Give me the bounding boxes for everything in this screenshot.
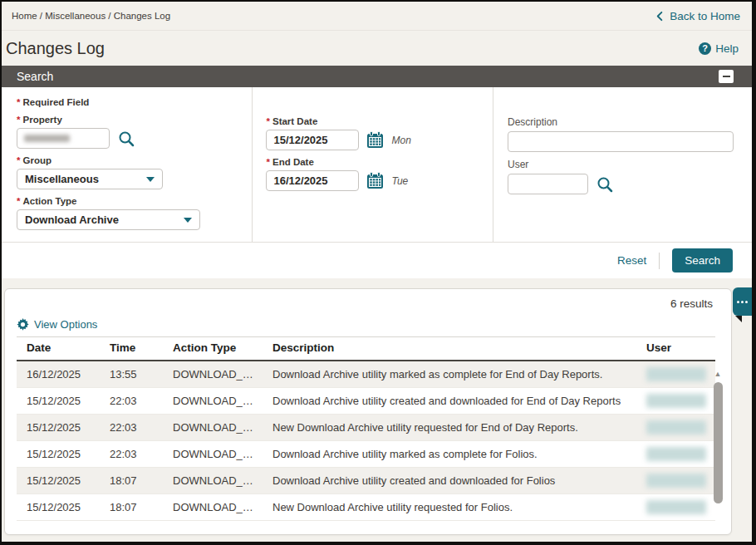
cell-date: 15/12/2025 [17, 415, 100, 441]
calendar-icon [366, 131, 384, 149]
end-date-label: *End Date [266, 157, 493, 167]
table-row[interactable]: 15/12/2025 22:03 DOWNLOAD_ARC... New Dow… [17, 415, 715, 441]
scrollbar-thumb[interactable] [714, 382, 723, 503]
property-input[interactable] [17, 128, 110, 149]
group-label: *Group [17, 155, 252, 165]
ellipsis-icon [737, 301, 739, 303]
end-date-input[interactable] [266, 170, 359, 191]
cell-action-type: DOWNLOAD_ARC... [163, 468, 263, 494]
table-row[interactable]: 15/12/2025 18:07 DOWNLOAD_ARC... New Dow… [17, 494, 715, 521]
results-count: 6 results [5, 289, 731, 310]
chevron-down-icon [184, 218, 192, 223]
redacted-user-value [646, 367, 706, 381]
cell-description: New Download Archive utility requested f… [263, 494, 636, 521]
search-panel-title: Search [17, 70, 53, 83]
search-icon [117, 130, 135, 148]
action-type-label: *Action Type [17, 196, 252, 206]
view-options-button[interactable]: View Options [5, 310, 97, 336]
cell-description: Download Archive utility created and dow… [263, 468, 636, 494]
column-header-action-type: Action Type [163, 337, 263, 361]
help-label: Help [715, 42, 739, 55]
collapse-panel-button[interactable] [719, 70, 734, 83]
button-divider [659, 253, 660, 269]
reset-button[interactable]: Reset [617, 254, 646, 267]
user-search-button[interactable] [596, 175, 614, 194]
property-search-button[interactable] [117, 130, 135, 148]
search-form: *Required Field *Property *Group [2, 87, 752, 242]
cell-user [636, 415, 715, 441]
cell-user [636, 441, 715, 468]
cell-time: 18:07 [100, 468, 163, 494]
cell-action-type: DOWNLOAD_ARC... [163, 441, 263, 468]
column-header-description: Description [263, 337, 636, 361]
column-header-time: Time [100, 337, 163, 361]
side-panel-handle-tail [735, 316, 742, 322]
end-date-weekday: Tue [391, 175, 408, 187]
cell-user [636, 494, 715, 521]
required-asterisk: * [17, 155, 20, 165]
form-column-2: *Start Date Mon *End Date [253, 87, 493, 242]
table-row[interactable]: 15/12/2025 22:03 DOWNLOAD_ARC... Downloa… [17, 388, 715, 415]
search-button[interactable]: Search [672, 248, 733, 272]
group-select[interactable]: Miscellaneous [17, 169, 163, 189]
property-label: *Property [17, 115, 252, 125]
action-type-select[interactable]: Download Archive [17, 209, 200, 230]
redacted-user-value [646, 500, 706, 514]
help-link[interactable]: ? Help [699, 42, 739, 55]
column-header-user: User [636, 337, 715, 361]
back-to-home-link[interactable]: Back to Home [655, 10, 740, 22]
cell-action-type: DOWNLOAD_ARC... [163, 361, 263, 388]
cell-date: 15/12/2025 [17, 494, 100, 521]
required-asterisk: * [266, 157, 269, 167]
user-input[interactable] [508, 174, 588, 194]
back-to-home-label: Back to Home [670, 10, 740, 22]
top-bar: Home / Miscellaneous / Changes Log Back … [2, 2, 752, 31]
breadcrumb[interactable]: Home / Miscellaneous / Changes Log [12, 11, 170, 21]
chevron-down-icon [146, 177, 155, 182]
start-date-calendar-button[interactable] [366, 131, 384, 149]
start-date-label: *Start Date [266, 116, 493, 126]
table-scrollbar[interactable]: ▲ [712, 370, 724, 526]
cell-time: 22:03 [100, 415, 163, 441]
start-date-input[interactable] [266, 130, 359, 150]
required-note-label: Required Field [22, 97, 89, 107]
help-icon: ? [699, 42, 711, 55]
page-title: Changes Log [6, 39, 105, 58]
table-header-row: Date Time Action Type Description User [17, 337, 715, 361]
form-column-1: *Required Field *Property *Group [2, 87, 253, 242]
description-field-group: Description [508, 116, 734, 152]
cell-time: 22:03 [100, 388, 163, 415]
view-options-label: View Options [34, 318, 97, 331]
table-row[interactable]: 16/12/2025 13:55 DOWNLOAD_ARC... Downloa… [17, 361, 715, 388]
table-body: 16/12/2025 13:55 DOWNLOAD_ARC... Downloa… [17, 361, 715, 521]
required-field-note: *Required Field [17, 97, 252, 107]
calendar-icon [366, 172, 384, 189]
side-panel-handle-button[interactable] [733, 287, 752, 316]
table-row[interactable]: 15/12/2025 22:03 DOWNLOAD_ARC... Downloa… [17, 441, 715, 468]
gear-icon [17, 318, 29, 331]
search-form-footer: Reset Search [2, 242, 752, 278]
cell-description: Download Archive utility marked as compl… [263, 441, 636, 468]
cell-date: 15/12/2025 [17, 388, 100, 415]
start-date-weekday: Mon [391, 135, 410, 146]
cell-description: New Download Archive utility requested f… [263, 415, 636, 441]
start-date-field-group: *Start Date Mon [266, 116, 493, 150]
cell-action-type: DOWNLOAD_ARC... [163, 415, 263, 441]
scroll-up-arrow-icon[interactable]: ▲ [712, 370, 724, 378]
search-icon [596, 175, 614, 194]
action-type-field-group: *Action Type Download Archive [17, 196, 252, 230]
redacted-user-value [646, 447, 706, 461]
redacted-user-value [646, 474, 706, 488]
end-date-calendar-button[interactable] [366, 172, 384, 189]
user-label: User [508, 159, 734, 170]
description-input[interactable] [508, 131, 734, 152]
cell-description: Download Archive utility marked as compl… [263, 361, 636, 388]
user-field-group: User [508, 159, 734, 194]
action-type-select-value: Download Archive [25, 214, 119, 226]
group-field-group: *Group Miscellaneous [17, 155, 252, 189]
cell-user [636, 361, 715, 388]
required-asterisk: * [17, 115, 20, 125]
app-window: Home / Miscellaneous / Changes Log Back … [2, 2, 752, 542]
redacted-user-value [646, 420, 706, 435]
table-row[interactable]: 15/12/2025 18:07 DOWNLOAD_ARC... Downloa… [17, 468, 715, 494]
